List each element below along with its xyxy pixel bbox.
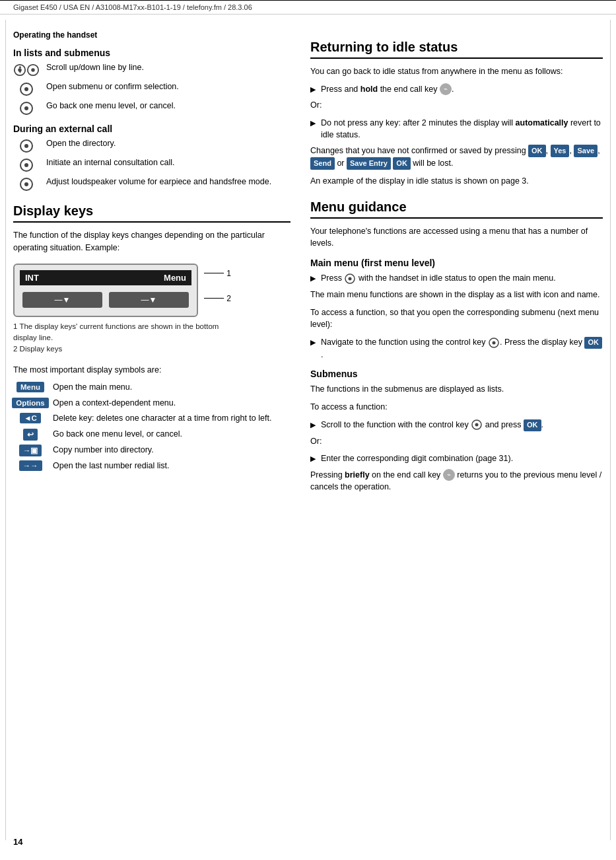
bullet-arrow-3: ▶ — [310, 273, 316, 285]
symbol-cell-copy: →▣ — [13, 445, 48, 456]
submenus-closing: Pressing briefly on the end call key ⌁ r… — [310, 469, 603, 494]
figure-label-2: 2 — [204, 294, 231, 303]
figure-caption-1: 1 The display keys' current functions ar… — [13, 321, 224, 344]
list-item: Open submenu or confirm selection. — [13, 81, 291, 96]
bullet-arrow: ▶ — [310, 85, 316, 96]
symbol-text: Copy number into directory. — [53, 445, 291, 456]
list-item-text: Adjust loudspeaker volume for earpiece a… — [46, 176, 291, 188]
bullet-text-1: Press and hold the end call key ⌁. — [321, 83, 454, 96]
options-badge: Options — [12, 398, 48, 408]
end-call-icon-2: ⌁ — [443, 469, 455, 481]
main-menu-text-2: To access a function, so that you open t… — [310, 306, 603, 332]
svg-text:▲: ▲ — [18, 64, 22, 69]
submenus-access-text: To access a function: — [310, 401, 603, 413]
symbol-text: Delete key: deletes one character at a t… — [53, 413, 291, 425]
display-btn-right[interactable]: —▼ — [109, 292, 189, 308]
svg-text:▼: ▼ — [18, 69, 22, 74]
phone-display: INT Menu —▼ —▼ — [13, 264, 198, 317]
bullet-arrow-2: ▶ — [310, 118, 316, 141]
save-badge: Save — [574, 145, 598, 157]
display-figure: INT Menu —▼ —▼ 1 — [13, 264, 224, 355]
back-badge: ↩ — [23, 429, 38, 441]
send-badge: Send — [310, 157, 335, 170]
bullet-arrow-4: ▶ — [310, 338, 316, 361]
svg-point-15 — [24, 182, 28, 186]
submenus-bullet-text-2: Enter the corresponding digit combinatio… — [321, 452, 513, 464]
list-item: ◄C Delete key: deletes one character at … — [13, 413, 291, 425]
wheel-back-icon — [13, 100, 40, 116]
wheel-icon-2 — [13, 157, 40, 172]
svg-point-7 — [24, 87, 28, 91]
list-item: →▣ Copy number into directory. — [13, 445, 291, 456]
left-margin-line — [5, 20, 6, 840]
wheel-icon-3 — [13, 176, 40, 192]
list-item: ▲ ▼ Scroll up/down line by line. — [13, 62, 291, 77]
bullet-item-1: ▶ Press and hold the end call key ⌁. — [310, 83, 603, 96]
header-text: Gigaset E450 / USA EN / A31008-M17xx-B10… — [13, 3, 252, 11]
ok-badge-2: OK — [393, 157, 411, 170]
list-item-text: Scroll up/down line by line. — [46, 62, 291, 74]
list-item: Go back one menu level, or cancel. — [13, 100, 291, 116]
display-top-bar: INT Menu — [20, 270, 191, 285]
list-item: ↩ Go back one menu level, or cancel. — [13, 429, 291, 441]
symbols-intro: The most important display symbols are: — [13, 364, 291, 376]
example-text: An example of the display in idle status… — [310, 175, 603, 188]
display-keys-intro: The function of the display keys changes… — [13, 229, 291, 254]
main-menu-title: Main menu (first menu level) — [310, 258, 603, 268]
display-buttons-row: —▼ —▼ — [20, 289, 191, 310]
symbol-text: Go back one menu level, or cancel. — [53, 429, 291, 441]
symbol-cell-delete: ◄C — [13, 413, 48, 423]
svg-point-17 — [349, 277, 352, 280]
copy-badge: →▣ — [19, 445, 42, 456]
external-call-list: Open the directory. Initiate an internal… — [13, 138, 291, 192]
list-item-text: Go back one menu level, or cancel. — [46, 100, 291, 112]
bullet-arrow-5: ▶ — [310, 420, 316, 431]
submenus-bullet-2: ▶ Enter the corresponding digit combinat… — [310, 452, 603, 464]
right-margin-line — [610, 20, 611, 840]
svg-point-11 — [24, 144, 28, 148]
lists-submenus-list: ▲ ▼ Scroll up/down line by line. Open su… — [13, 62, 291, 116]
end-call-icon-1: ⌁ — [440, 83, 452, 95]
svg-point-21 — [475, 423, 479, 427]
yes-badge: Yes — [551, 145, 570, 157]
submenus-text-1: The functions in the submenus are displa… — [310, 383, 603, 396]
svg-point-9 — [24, 106, 28, 110]
page-number: 14 — [13, 837, 22, 847]
page: Gigaset E450 / USA EN / A31008-M17xx-B10… — [0, 0, 616, 860]
list-item-text: Initiate an internal consultation call. — [46, 157, 291, 169]
display-btn-left[interactable]: —▼ — [22, 292, 102, 308]
list-item: →→ Open the last number redial list. — [13, 460, 291, 472]
symbols-list: Menu Open the main menu. Options Open a … — [13, 382, 291, 472]
ok-badge-1: OK — [528, 145, 546, 157]
symbol-text: Open the last number redial list. — [53, 460, 291, 472]
returning-idle-intro: You can go back to idle status from anyw… — [310, 65, 603, 78]
menu-guidance-title: Menu guidance — [310, 199, 603, 219]
list-item: Adjust loudspeaker volume for earpiece a… — [13, 176, 291, 192]
submenus-bullet-text-1: Scroll to the function with the control … — [321, 419, 543, 431]
saveentry-badge: Save Entry — [347, 157, 391, 170]
symbol-cell-back: ↩ — [13, 429, 48, 441]
svg-point-13 — [24, 163, 28, 167]
display-menu-label: Menu — [164, 273, 186, 283]
figure-label-1: 1 — [204, 269, 231, 278]
menu-guidance-intro: Your telephone's functions are accessed … — [310, 225, 603, 250]
delete-badge: ◄C — [20, 413, 41, 423]
figure-caption-2: 2 Display keys — [13, 343, 224, 355]
wheel-icon-1 — [13, 138, 40, 153]
list-item-text: Open the directory. — [46, 138, 291, 150]
header-bar: Gigaset E450 / USA EN / A31008-M17xx-B10… — [0, 0, 616, 15]
or-text-1: Or: — [310, 99, 603, 112]
ok-badge-4: OK — [524, 419, 541, 431]
lists-submenus-title: In lists and submenus — [13, 48, 291, 58]
external-call-title: During an external call — [13, 124, 291, 134]
main-menu-text-1: The main menu functions are shown in the… — [310, 289, 603, 301]
bullet-arrow-6: ▶ — [310, 454, 316, 464]
or-text-2: Or: — [310, 435, 603, 448]
wheel-press-icon — [13, 81, 40, 96]
main-menu-bullet-2: ▶ Navigate to the function using the con… — [310, 336, 603, 361]
bullet-text-2: Do not press any key: after 2 minutes th… — [321, 117, 603, 141]
svg-point-3 — [31, 68, 34, 71]
figure-caption: 1 The display keys' current functions ar… — [13, 321, 224, 355]
list-item: Initiate an internal consultation call. — [13, 157, 291, 172]
symbol-text: Open a context-dependent menu. — [53, 398, 291, 410]
